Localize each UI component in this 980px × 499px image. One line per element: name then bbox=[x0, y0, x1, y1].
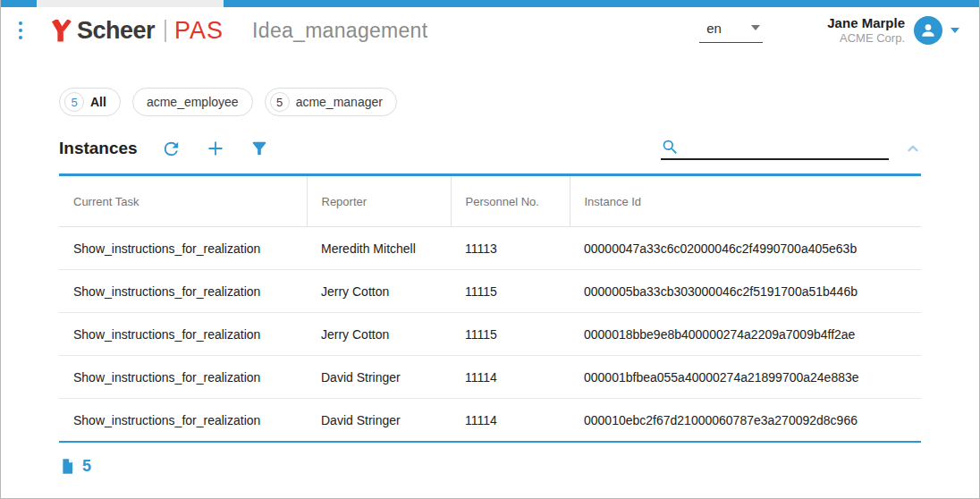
table-row[interactable]: Show_instructions_for_realization Meredi… bbox=[59, 227, 921, 270]
app-window: Scheer PAS Idea_management en Jane Marpl… bbox=[0, 0, 980, 499]
table-row[interactable]: Show_instructions_for_realization Jerry … bbox=[59, 270, 921, 313]
instances-toolbar: Instances bbox=[59, 134, 921, 163]
column-header-instance-id: Instance Id bbox=[570, 176, 921, 227]
top-strip-segment bbox=[37, 0, 224, 7]
search-box bbox=[661, 138, 889, 160]
cell-instance-id: 0000005ba33cb303000046c2f5191700a51b446b bbox=[570, 270, 921, 313]
cell-personnel-no: 11115 bbox=[451, 270, 570, 313]
brand-logo: Scheer PAS bbox=[51, 17, 224, 45]
cell-personnel-no: 11115 bbox=[451, 313, 570, 356]
chip-label: All bbox=[90, 95, 106, 109]
table-header-row: Current Task Reporter Personnel No. Inst… bbox=[59, 176, 921, 227]
chip-count-badge: 5 bbox=[270, 92, 290, 112]
language-select[interactable]: en bbox=[699, 19, 763, 43]
cell-instance-id: 0000018bbe9e8b400000274a2209a7009b4ff2ae bbox=[570, 313, 921, 356]
refresh-icon[interactable] bbox=[161, 139, 182, 159]
cell-instance-id: 000001bfbea055a40000274a21899700a24e883e bbox=[570, 356, 921, 399]
kebab-menu-icon[interactable] bbox=[1, 16, 40, 45]
top-progress-strip bbox=[1, 0, 979, 7]
user-info: Jane Marple ACME Corp. bbox=[827, 15, 905, 47]
cell-current-task: Show_instructions_for_realization bbox=[59, 227, 307, 270]
page-title: Idea_management bbox=[252, 19, 427, 43]
cell-current-task: Show_instructions_for_realization bbox=[59, 313, 307, 356]
table-row[interactable]: Show_instructions_for_realization Jerry … bbox=[59, 313, 921, 356]
cell-current-task: Show_instructions_for_realization bbox=[59, 270, 307, 313]
cell-reporter: Jerry Cotton bbox=[307, 313, 451, 356]
chip-label: acme_manager bbox=[296, 95, 383, 109]
top-strip-segment bbox=[1, 0, 37, 7]
cell-reporter: Jerry Cotton bbox=[307, 270, 451, 313]
chip-label: acme_employee bbox=[147, 95, 239, 109]
table-row[interactable]: Show_instructions_for_realization David … bbox=[59, 399, 921, 442]
cell-reporter: Meredith Mitchell bbox=[307, 227, 451, 270]
chip-acme-employee[interactable]: acme_employee bbox=[132, 88, 253, 116]
column-header-personnel-no: Personnel No. bbox=[451, 176, 570, 227]
user-menu-chevron-down-icon[interactable] bbox=[950, 28, 959, 33]
scheer-logo-mark-icon bbox=[51, 20, 72, 42]
add-icon[interactable] bbox=[205, 138, 226, 159]
filter-icon[interactable] bbox=[249, 139, 269, 158]
cell-personnel-no: 11114 bbox=[451, 356, 570, 399]
cell-current-task: Show_instructions_for_realization bbox=[59, 399, 307, 442]
search-icon bbox=[661, 138, 680, 156]
brand-product: PAS bbox=[174, 17, 224, 45]
chevron-down-icon bbox=[751, 25, 760, 30]
column-header-reporter: Reporter bbox=[307, 176, 451, 227]
user-avatar-icon[interactable] bbox=[914, 16, 942, 45]
section-title: Instances bbox=[59, 139, 138, 158]
language-value: en bbox=[706, 21, 722, 36]
cell-reporter: David Stringer bbox=[307, 356, 451, 399]
role-filter-chips: 5 All acme_employee 5 acme_manager bbox=[59, 88, 979, 116]
cell-current-task: Show_instructions_for_realization bbox=[59, 356, 307, 399]
chip-acme-manager[interactable]: 5 acme_manager bbox=[265, 88, 397, 116]
header-right: en Jane Marple ACME Corp. bbox=[699, 15, 959, 47]
record-count-value: 5 bbox=[82, 457, 91, 476]
cell-personnel-no: 11113 bbox=[451, 227, 570, 270]
record-count: 5 bbox=[59, 457, 979, 476]
cell-personnel-no: 11114 bbox=[451, 399, 570, 442]
brand-separator bbox=[165, 20, 166, 42]
brand-name: Scheer bbox=[77, 17, 155, 45]
app-header: Scheer PAS Idea_management en Jane Marpl… bbox=[1, 7, 979, 54]
instances-table: Current Task Reporter Personnel No. Inst… bbox=[59, 173, 921, 443]
user-organization: ACME Corp. bbox=[827, 31, 905, 46]
user-name: Jane Marple bbox=[827, 15, 905, 32]
top-strip-segment bbox=[224, 0, 979, 7]
cell-instance-id: 000010ebc2f67d21000060787e3a270092d8c966 bbox=[570, 399, 921, 442]
search-input[interactable] bbox=[680, 140, 889, 156]
document-icon bbox=[59, 457, 76, 476]
chip-count-badge: 5 bbox=[64, 92, 84, 112]
cell-instance-id: 00000047a33c6c02000046c2f4990700a405e63b bbox=[570, 227, 921, 270]
column-header-current-task: Current Task bbox=[59, 176, 307, 227]
collapse-chevron-up-icon[interactable] bbox=[905, 140, 921, 156]
table-row[interactable]: Show_instructions_for_realization David … bbox=[59, 356, 921, 399]
cell-reporter: David Stringer bbox=[307, 399, 451, 442]
chip-all[interactable]: 5 All bbox=[59, 88, 121, 116]
